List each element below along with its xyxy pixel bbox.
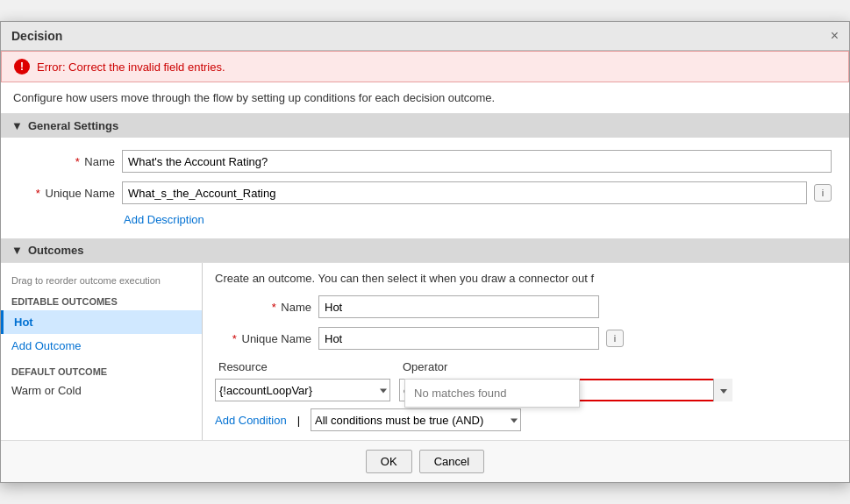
outcome-name-row: * Name [215, 295, 837, 318]
outcome-unique-label: * Unique Name [215, 332, 311, 345]
pipe-separator: | [297, 414, 300, 427]
error-banner: ! Error: Correct the invalid field entri… [1, 51, 849, 82]
editable-outcomes-label: EDITABLE OUTCOMES [1, 293, 202, 310]
warm-or-cold-item[interactable]: Warm or Cold [1, 380, 202, 401]
name-required-star: * [75, 155, 80, 168]
cancel-button[interactable]: Cancel [419, 450, 484, 473]
dialog-footer: OK Cancel [1, 440, 849, 482]
conditions-area: Resource Operator {!accountLoopVar} equa… [215, 360, 837, 401]
name-input[interactable] [122, 150, 832, 173]
hot-outcome-item[interactable]: Hot [1, 310, 202, 334]
unique-name-required-star: * [36, 187, 40, 200]
conditions-headers: Resource Operator [215, 360, 837, 373]
unique-name-input[interactable] [122, 181, 807, 204]
general-settings-label: General Settings [28, 119, 118, 132]
outcome-unique-info-button[interactable]: i [606, 330, 624, 347]
outcome-unique-row: * Unique Name i [215, 327, 837, 350]
dialog-header: Decision × [1, 22, 849, 51]
add-outcome-link[interactable]: Add Outcome [1, 334, 202, 358]
info-text: Configure how users move through the flo… [1, 82, 849, 114]
drag-text: Drag to reorder outcome execution [1, 272, 202, 293]
value-dropdown-button[interactable] [713, 379, 732, 401]
unique-name-info-button[interactable]: i [814, 184, 832, 202]
outcome-unique-input[interactable] [318, 327, 599, 350]
outcomes-description: Create an outcome. You can then select i… [215, 272, 837, 285]
general-settings-header: ▼ General Settings [1, 114, 849, 138]
no-matches-text: No matches found [414, 387, 507, 400]
resource-select[interactable]: {!accountLoopVar} [215, 379, 390, 401]
name-row: * Name [18, 150, 832, 173]
value-dropdown-arrow [720, 386, 727, 395]
operator-column-header: Operator [403, 360, 543, 373]
resource-column-header: Resource [218, 360, 394, 373]
add-description-link[interactable]: Add Description [124, 213, 204, 226]
error-icon: ! [14, 59, 30, 75]
outcome-name-required-star: * [272, 301, 276, 314]
outcomes-sidebar: Drag to reorder outcome execution EDITAB… [1, 263, 203, 440]
outcomes-main: Create an outcome. You can then select i… [203, 263, 849, 440]
error-message: Error: Correct the invalid field entries… [37, 60, 225, 74]
outcome-unique-required-star: * [232, 332, 237, 345]
add-condition-link[interactable]: Add Condition [215, 414, 287, 427]
conditions-logic-select[interactable]: All conditions must be true (AND) Any co… [311, 408, 521, 431]
outcomes-section-label: Outcomes [28, 244, 84, 257]
close-button[interactable]: × [831, 29, 839, 43]
decision-dialog: Decision × ! Error: Correct the invalid … [0, 21, 850, 483]
outcomes-triangle-icon: ▼ [11, 244, 23, 257]
dialog-title: Decision [11, 29, 62, 43]
resource-select-wrapper: {!accountLoopVar} [215, 379, 390, 401]
add-description-row: Add Description [18, 213, 832, 226]
logic-select-wrapper: All conditions must be true (AND) Any co… [311, 408, 521, 431]
ok-button[interactable]: OK [366, 450, 412, 473]
outcomes-section-header: ▼ Outcomes [1, 238, 849, 262]
outcome-name-input[interactable] [318, 295, 599, 318]
unique-name-row: * Unique Name i [18, 181, 832, 204]
outcome-name-label: * Name [215, 301, 311, 314]
general-settings-body: * Name * Unique Name i Add Description [1, 138, 849, 238]
add-condition-row: Add Condition | All conditions must be t… [215, 408, 837, 431]
name-label: * Name [18, 155, 115, 168]
default-outcome-label: DEFAULT OUTCOME [1, 358, 202, 380]
triangle-icon: ▼ [11, 119, 23, 132]
outcomes-layout: Drag to reorder outcome execution EDITAB… [1, 262, 849, 440]
condition-row-1: {!accountLoopVar} equals [215, 379, 837, 401]
unique-name-label: * Unique Name [18, 187, 115, 200]
no-matches-popup: No matches found [404, 379, 580, 408]
